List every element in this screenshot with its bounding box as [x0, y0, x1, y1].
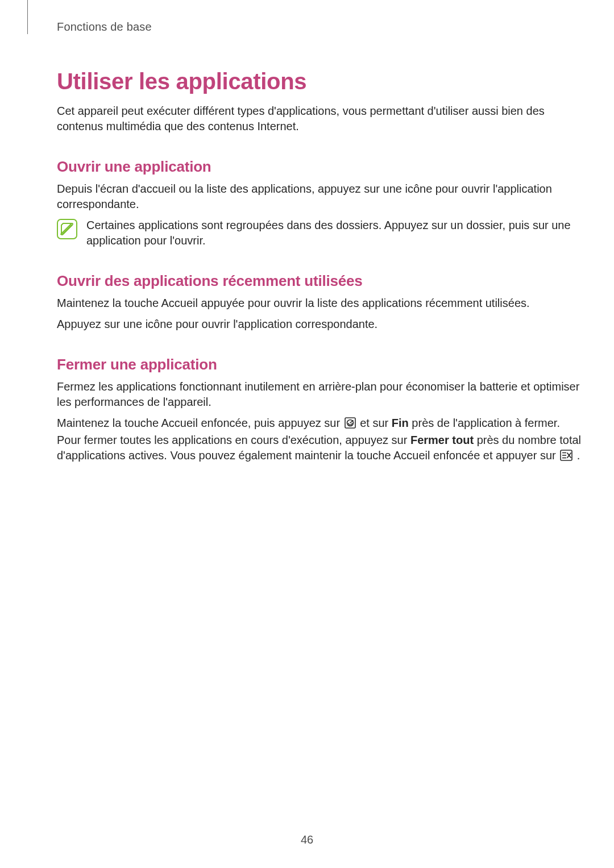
- open-body: Depuis l'écran d'accueil ou la liste des…: [57, 181, 582, 212]
- manual-page: Fonctions de base Utiliser les applicati…: [0, 0, 614, 868]
- intro-paragraph: Cet appareil peut exécuter différent typ…: [57, 103, 582, 134]
- page-number: 46: [0, 833, 614, 846]
- page-title: Utiliser les applications: [57, 69, 582, 94]
- breadcrumb: Fonctions de base: [57, 20, 582, 34]
- close-all-icon: [560, 450, 572, 465]
- note-row: Certaines applications sont regroupées d…: [57, 218, 582, 248]
- note-icon: [57, 219, 77, 239]
- section-heading-close: Fermer une application: [57, 356, 582, 373]
- margin-rule: [27, 0, 28, 34]
- close-body-1: Fermez les applications fonctionnant inu…: [57, 379, 582, 410]
- section-heading-recent: Ouvrir des applications récemment utilis…: [57, 272, 582, 290]
- section-heading-open: Ouvrir une application: [57, 158, 582, 176]
- recent-body-1: Maintenez la touche Accueil appuyée pour…: [57, 296, 582, 311]
- close-bold-fermer-tout: Fermer tout: [410, 434, 474, 446]
- close-body-2: Maintenez la touche Accueil enfoncée, pu…: [57, 416, 582, 465]
- recent-body-2: Appuyez sur une icône pour ouvrir l'appl…: [57, 317, 582, 332]
- task-manager-icon: [345, 417, 356, 433]
- close-bold-fin: Fin: [392, 417, 409, 429]
- note-text: Certaines applications sont regroupées d…: [86, 218, 582, 248]
- close-text-a: Maintenez la touche Accueil enfoncée, pu…: [57, 417, 343, 429]
- close-text-e: .: [577, 449, 580, 462]
- close-text-b: et sur: [360, 417, 392, 429]
